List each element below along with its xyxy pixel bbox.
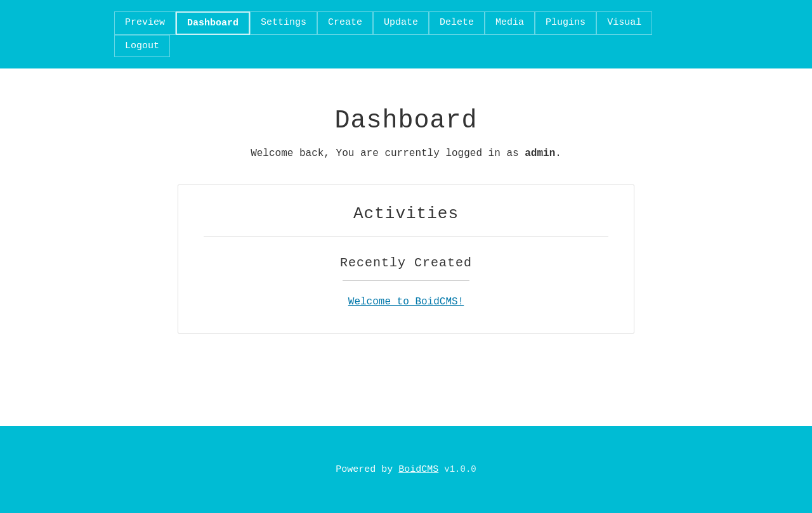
nav-item-delete[interactable]: Delete — [429, 11, 485, 35]
footer-version: v1.0.0 — [444, 464, 476, 474]
footer: Powered by BoidCMS v1.0.0 — [0, 426, 812, 513]
nav-item-update[interactable]: Update — [373, 11, 429, 35]
main-content: Dashboard Welcome back, You are currentl… — [0, 68, 812, 426]
nav-item-settings[interactable]: Settings — [250, 11, 317, 35]
activities-card: Activities Recently Created Welcome to B… — [178, 185, 634, 334]
nav-item-preview[interactable]: Preview — [114, 11, 176, 35]
welcome-prefix: Welcome back, You are currently logged i… — [251, 148, 525, 159]
welcome-message: Welcome back, You are currently logged i… — [251, 148, 561, 159]
welcome-user: admin — [525, 148, 555, 159]
brand-link[interactable]: BoidCMS — [398, 464, 438, 475]
recently-created-title: Recently Created — [204, 256, 608, 270]
post-link[interactable]: Welcome to BoidCMS! — [204, 296, 608, 308]
nav-item-dashboard[interactable]: Dashboard — [176, 11, 250, 35]
nav-item-logout[interactable]: Logout — [114, 35, 170, 57]
main-nav: PreviewDashboardSettingsCreateUpdateDele… — [0, 0, 812, 68]
recently-created-divider — [343, 280, 469, 281]
activities-title: Activities — [204, 204, 608, 223]
powered-by-text: Powered by — [336, 464, 398, 475]
nav-item-media[interactable]: Media — [485, 11, 535, 35]
footer-text: Powered by BoidCMS v1.0.0 — [13, 464, 799, 475]
nav-item-create[interactable]: Create — [317, 11, 373, 35]
page-title: Dashboard — [334, 107, 477, 135]
nav-item-visual[interactable]: Visual — [596, 11, 652, 35]
activities-divider — [204, 236, 608, 237]
posts-list: Welcome to BoidCMS! — [204, 296, 608, 308]
welcome-suffix: . — [555, 148, 561, 159]
nav-item-plugins[interactable]: Plugins — [535, 11, 596, 35]
nav-inner: PreviewDashboardSettingsCreateUpdateDele… — [0, 0, 812, 68]
